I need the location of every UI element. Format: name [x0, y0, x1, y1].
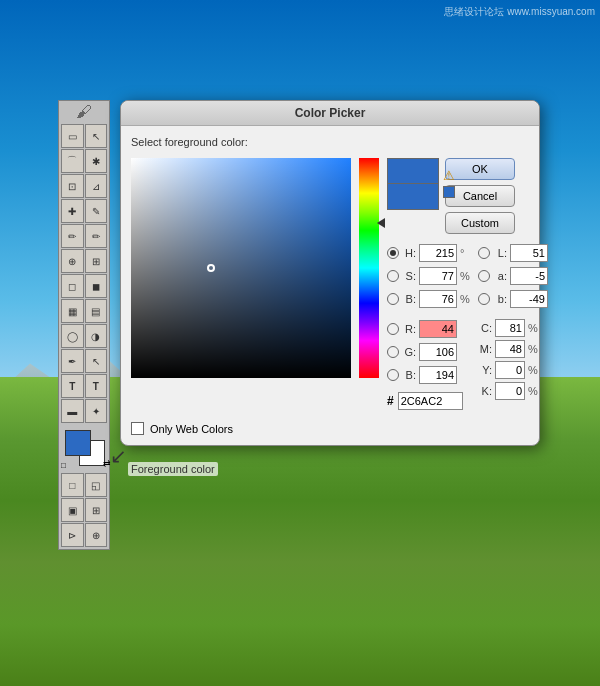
b3-input[interactable]	[510, 290, 548, 308]
b2-row: B:	[387, 365, 472, 385]
custom-button[interactable]: Custom	[445, 212, 515, 234]
s-input[interactable]	[419, 267, 457, 285]
tool-paint-bucket[interactable]: ▤	[85, 299, 108, 323]
tool-marquee-rect[interactable]: ▭	[61, 124, 84, 148]
s-radio[interactable]	[387, 270, 399, 282]
left-values: H: ° S: %	[387, 243, 472, 410]
tool-pencil[interactable]: ✏	[85, 224, 108, 248]
tool-quick-mask[interactable]: ◱	[85, 473, 108, 497]
tool-text[interactable]: T	[61, 374, 84, 398]
y-input[interactable]	[495, 361, 525, 379]
b2-radio[interactable]	[387, 369, 399, 381]
tool-standard-mode[interactable]: □	[61, 473, 84, 497]
gamut-icon	[443, 186, 455, 198]
tool-fullscreen[interactable]: ⊞	[85, 498, 108, 522]
b3-label: b:	[493, 293, 507, 305]
dialog-title: Color Picker	[295, 106, 366, 120]
h-unit: °	[460, 247, 472, 259]
l-row: L:	[478, 243, 548, 263]
l-radio[interactable]	[478, 247, 490, 259]
s-label: S:	[402, 270, 416, 282]
r-input[interactable]	[419, 320, 457, 338]
b3-radio[interactable]	[478, 293, 490, 305]
hex-input[interactable]	[398, 392, 463, 410]
hue-slider[interactable]	[359, 158, 379, 378]
tool-screen-mode[interactable]: ▣	[61, 498, 84, 522]
picker-cursor	[207, 264, 215, 272]
g-row: G:	[387, 342, 472, 362]
tool-pattern-stamp[interactable]: ⊞	[85, 249, 108, 273]
tool-dodge[interactable]: ◯	[61, 324, 84, 348]
tool-gradient[interactable]: ▦	[61, 299, 84, 323]
toolbar-row-8: ▦ ▤	[61, 299, 107, 323]
g-radio[interactable]	[387, 346, 399, 358]
right-panel: ⚠ OK Cancel Custom	[387, 158, 548, 410]
cancel-button[interactable]: Cancel	[445, 185, 515, 207]
preview-buttons-row: ⚠ OK Cancel Custom	[387, 158, 548, 234]
dialog-buttons: OK Cancel Custom	[445, 158, 515, 234]
r-label: R:	[402, 323, 416, 335]
hue-arrow	[377, 218, 385, 228]
toolbar-row-go: ⊳ ⊕	[61, 523, 107, 547]
tool-magic-wand[interactable]: ✱	[85, 149, 108, 173]
default-colors[interactable]: □	[61, 461, 66, 470]
toolbar: 🖌 ▭ ↖ ⌒ ✱ ⊡ ⊿ ✚ ✎ ✏ ✏ ⊕ ⊞ ◻ ◼ ▦ ▤ ◯ ◑ ✒ …	[58, 100, 110, 550]
b2-input[interactable]	[419, 366, 457, 384]
toolbar-row-10: ✒ ↖	[61, 349, 107, 373]
gradient-field[interactable]	[131, 158, 351, 378]
m-row: M: %	[478, 340, 548, 358]
b-input[interactable]	[419, 290, 457, 308]
b2-label: B:	[402, 369, 416, 381]
h-input[interactable]	[419, 244, 457, 262]
fg-label: Foreground color	[128, 462, 218, 476]
a-radio[interactable]	[478, 270, 490, 282]
tool-imageready[interactable]: ⊳	[61, 523, 84, 547]
dialog-body: Select foreground color:	[121, 126, 539, 445]
s-row: S: %	[387, 266, 472, 286]
tool-zoom[interactable]: ⊕	[85, 523, 108, 547]
a-input[interactable]	[510, 267, 548, 285]
g-input[interactable]	[419, 343, 457, 361]
tool-shape-rect[interactable]: ▬	[61, 399, 84, 423]
tool-path[interactable]: ✒	[61, 349, 84, 373]
toolbar-row-screen: ▣ ⊞	[61, 498, 107, 522]
tool-brush[interactable]: ✏	[61, 224, 84, 248]
hue-slider-container[interactable]	[359, 158, 379, 378]
c-input[interactable]	[495, 319, 525, 337]
watermark: 思绪设计论坛 www.missyuan.com	[444, 5, 595, 19]
spacer2	[478, 312, 548, 316]
hash-row: #	[387, 392, 472, 410]
color-swatches[interactable]: ⇄ □	[61, 428, 111, 470]
b-radio[interactable]	[387, 293, 399, 305]
b3-row: b:	[478, 289, 548, 309]
tool-direct-select[interactable]: ↖	[85, 349, 108, 373]
toolbar-row-modes: □ ◱	[61, 473, 107, 497]
tool-heal[interactable]: ✚	[61, 199, 84, 223]
m-input[interactable]	[495, 340, 525, 358]
color-picker-area[interactable]	[131, 158, 351, 378]
tool-burn[interactable]: ◑	[85, 324, 108, 348]
tool-stamp[interactable]: ⊕	[61, 249, 84, 273]
tool-color-replace[interactable]: ✎	[85, 199, 108, 223]
tool-shape-custom[interactable]: ✦	[85, 399, 108, 423]
tool-eraser[interactable]: ◻	[61, 274, 84, 298]
l-input[interactable]	[510, 244, 548, 262]
tool-move[interactable]: ↖	[85, 124, 108, 148]
k-label: K:	[478, 385, 492, 397]
tool-lasso[interactable]: ⌒	[61, 149, 84, 173]
toolbar-row-5: ✏ ✏	[61, 224, 107, 248]
color-new	[387, 158, 439, 184]
ok-button[interactable]: OK	[445, 158, 515, 180]
foreground-color-swatch[interactable]	[65, 430, 91, 456]
k-input[interactable]	[495, 382, 525, 400]
tool-bg-eraser[interactable]: ◼	[85, 274, 108, 298]
toolbar-row-1: ▭ ↖	[61, 124, 107, 148]
toolbar-row-7: ◻ ◼	[61, 274, 107, 298]
web-colors-checkbox[interactable]	[131, 422, 144, 435]
tool-crop[interactable]: ⊡	[61, 174, 84, 198]
tool-slice[interactable]: ⊿	[85, 174, 108, 198]
dialog-main-row: ⚠ OK Cancel Custom	[131, 158, 529, 410]
tool-text-vertical[interactable]: T	[85, 374, 108, 398]
h-radio[interactable]	[387, 247, 399, 259]
r-radio[interactable]	[387, 323, 399, 335]
